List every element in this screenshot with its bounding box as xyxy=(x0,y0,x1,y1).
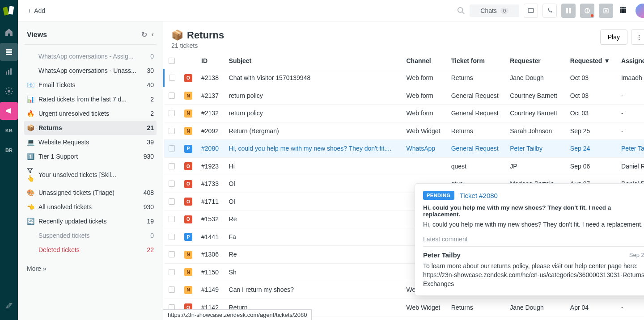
view-item[interactable]: 👆Your unsolved tickets [Skil... xyxy=(24,164,157,185)
ticket-requester: Sarah Johnson xyxy=(505,122,566,140)
view-item[interactable]: WhatsApp conversations - Assig...0 xyxy=(24,49,157,63)
svg-rect-4 xyxy=(6,54,12,55)
view-count: 930 xyxy=(144,153,154,160)
overflow-button[interactable]: ⋮ xyxy=(631,29,644,45)
svg-rect-24 xyxy=(624,11,626,13)
row-checkbox[interactable] xyxy=(169,110,175,116)
view-icon: 🔄 xyxy=(27,218,36,225)
view-label: Returns xyxy=(38,124,143,131)
nav-admin[interactable] xyxy=(0,82,18,100)
more-views[interactable]: More » xyxy=(24,265,157,272)
ticket-row[interactable]: O#2138Chat with Visitor 1570139948Web fo… xyxy=(164,69,644,87)
ticket-form: General Request xyxy=(447,140,505,158)
ticket-id: #2080 xyxy=(197,140,225,158)
ticket-requester: JP xyxy=(505,157,566,175)
row-checkbox[interactable] xyxy=(169,198,175,205)
view-count: 21 xyxy=(147,124,154,131)
row-checkbox[interactable] xyxy=(169,93,175,99)
nav-kb[interactable]: KB xyxy=(0,122,18,139)
view-item[interactable]: 🔥Urgent unresolved tickets2 xyxy=(24,106,157,121)
ticket-subject: Re xyxy=(225,211,402,228)
column-header[interactable]: Assignee xyxy=(617,53,644,69)
view-item[interactable]: 🎨Unassigned tickets (Triage)408 xyxy=(24,185,157,200)
ticket-row[interactable]: O#1923HiquestJPSep 06Daniel Ru xyxy=(164,157,644,175)
column-header[interactable]: Channel xyxy=(402,53,446,69)
collapse-icon[interactable]: ‹ xyxy=(152,30,154,39)
row-checkbox[interactable] xyxy=(169,181,175,187)
view-item[interactable]: 🔄Recently updated tickets19 xyxy=(24,214,157,228)
column-header[interactable]: ID xyxy=(197,53,225,69)
view-label: Your unsolved tickets [Skil... xyxy=(38,171,150,178)
product-logo[interactable] xyxy=(3,5,15,18)
view-item[interactable]: WhatsApp conversations - Unass...30 xyxy=(24,63,157,78)
view-item[interactable]: Suspended tickets0 xyxy=(24,228,157,243)
row-checkbox[interactable] xyxy=(169,163,175,169)
view-item[interactable]: 📊Rated tickets from the last 7 d...2 xyxy=(24,92,157,106)
view-item[interactable]: 📦Returns21 xyxy=(24,121,157,135)
app-icon-2[interactable] xyxy=(580,4,594,18)
app-icon-3[interactable] xyxy=(599,4,613,18)
ticket-row[interactable]: P#2080Hi, could you help me with my new … xyxy=(164,140,644,158)
row-checkbox[interactable] xyxy=(169,145,175,152)
view-item[interactable]: 👈All unsolved tickets930 xyxy=(24,200,157,214)
view-item[interactable]: 1️⃣Tier 1 Support930 xyxy=(24,149,157,164)
popover-subject: Hi, could you help me with my new shoes?… xyxy=(423,204,644,218)
view-item[interactable]: 💻Website Requests39 xyxy=(24,135,157,149)
svg-rect-23 xyxy=(622,11,624,13)
ticket-subject: return policy xyxy=(225,87,402,105)
view-label: WhatsApp conversations - Unass... xyxy=(38,67,143,74)
app-icon-1[interactable] xyxy=(561,4,576,18)
view-count: 408 xyxy=(144,189,154,196)
chats-pill[interactable]: Chats 0 xyxy=(470,4,519,17)
row-checkbox[interactable] xyxy=(169,269,175,275)
ticket-channel: WhatsApp xyxy=(402,140,446,158)
nav-home[interactable] xyxy=(0,23,18,41)
column-header[interactable]: Requested ▼ xyxy=(566,53,617,69)
ticket-subject: Fa xyxy=(225,228,402,246)
status-badge-pending: PENDING xyxy=(423,191,454,200)
ticket-assignee: Imaadh S xyxy=(617,69,644,87)
nav-zendesk[interactable] xyxy=(0,297,18,315)
column-header[interactable]: Requester xyxy=(505,53,566,69)
row-checkbox[interactable] xyxy=(169,75,175,81)
nav-br[interactable]: BR xyxy=(0,141,18,159)
refresh-icon[interactable]: ↻ xyxy=(141,30,147,39)
row-checkbox[interactable] xyxy=(169,234,175,240)
row-checkbox[interactable] xyxy=(169,128,175,134)
column-header[interactable]: Ticket form xyxy=(447,53,505,69)
ticket-row[interactable]: N#2137return policyWeb formGeneral Reque… xyxy=(164,87,644,105)
search-icon[interactable] xyxy=(457,7,465,15)
nav-reporting[interactable] xyxy=(0,63,18,80)
nav-views[interactable] xyxy=(0,43,18,61)
view-count: 0 xyxy=(150,53,154,60)
view-label: Recently updated tickets xyxy=(38,218,143,225)
view-item[interactable]: Deleted tickets22 xyxy=(24,243,157,257)
conversations-icon[interactable] xyxy=(524,4,538,18)
ticket-subject: Can I return my shoes? xyxy=(225,281,402,299)
add-button[interactable]: + Add xyxy=(23,4,50,17)
ticket-subject: Chat with Visitor 1570139948 xyxy=(225,69,402,87)
play-button[interactable]: Play xyxy=(600,29,627,45)
status-badge: O xyxy=(184,74,192,82)
popover-ticket-link[interactable]: Ticket #2080 xyxy=(460,192,498,199)
row-checkbox[interactable] xyxy=(169,286,175,293)
column-header xyxy=(180,53,197,69)
apps-grid-icon[interactable] xyxy=(618,4,628,17)
view-label: Tier 1 Support xyxy=(38,153,140,160)
ticket-row[interactable]: N#2092Return (Bergman)Web WidgetReturnsS… xyxy=(164,122,644,140)
row-checkbox[interactable] xyxy=(169,251,175,257)
nav-campaigns[interactable] xyxy=(0,102,18,120)
view-item[interactable]: 📧Email Tickets40 xyxy=(24,78,157,92)
views-title: Views xyxy=(27,31,47,39)
ticket-row[interactable]: N#2132return policyWeb formGeneral Reque… xyxy=(164,105,644,122)
ticket-requester: Jane Dough xyxy=(505,299,566,316)
ticket-id: #1149 xyxy=(197,281,225,299)
ticket-id: #1441 xyxy=(197,228,225,246)
views-sidebar: Views ↻ ‹ WhatsApp conversations - Assig… xyxy=(18,21,163,320)
column-header[interactable]: Subject xyxy=(225,53,402,69)
phone-icon[interactable] xyxy=(542,4,557,18)
select-all-checkbox[interactable] xyxy=(169,58,175,64)
avatar[interactable] xyxy=(636,4,644,18)
row-checkbox[interactable] xyxy=(169,216,175,222)
svg-rect-17 xyxy=(622,7,624,8)
